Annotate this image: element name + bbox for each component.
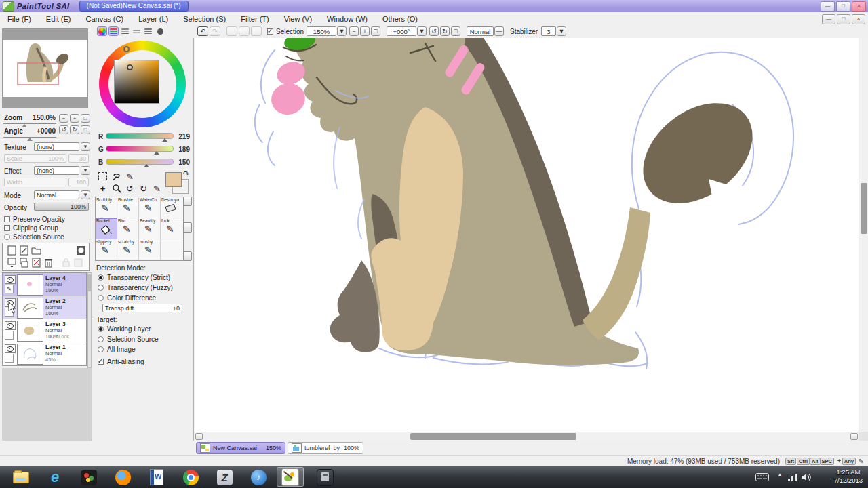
taskbar-firefox-icon[interactable]	[114, 468, 132, 486]
menu-others[interactable]: Others (O)	[375, 12, 425, 26]
menu-view[interactable]: View (V)	[277, 12, 319, 26]
brush-scrollbar[interactable]	[183, 197, 192, 261]
redo-button[interactable]: ↷	[210, 26, 220, 36]
detection-strict-row[interactable]: Transparency (Strict)	[98, 274, 170, 281]
antialias-checkbox[interactable]	[98, 359, 104, 365]
move-tool[interactable]: +	[97, 183, 108, 194]
detection-strict-radio[interactable]	[98, 274, 104, 281]
child-maximize-button[interactable]: □	[837, 14, 850, 24]
sv-marker[interactable]	[127, 64, 133, 70]
deselect-button[interactable]	[226, 26, 237, 36]
clipping-group-row[interactable]: Clipping Group	[4, 224, 58, 232]
target-working-row[interactable]: Working Layer	[98, 325, 151, 333]
hsv-slider-toggle[interactable]	[120, 26, 130, 36]
green-slider-handle[interactable]	[154, 151, 159, 155]
transfer-down-icon[interactable]	[7, 258, 17, 268]
zoom-in-button[interactable]: +	[360, 26, 370, 36]
menu-window[interactable]: Window (W)	[319, 12, 375, 26]
layer-mode-dropdown-button[interactable]: ▼	[81, 190, 90, 199]
nav-zoom-in-button[interactable]: +	[70, 114, 79, 123]
target-selsource-row[interactable]: Selection Source	[98, 336, 159, 343]
target-allimage-row[interactable]: All Image	[98, 346, 136, 353]
swatches-toggle[interactable]	[143, 26, 153, 36]
target-working-radio[interactable]	[98, 326, 104, 332]
zoom-tool[interactable]	[111, 183, 122, 194]
stabilizer-value[interactable]: 3	[541, 26, 556, 36]
canvas[interactable]	[195, 38, 859, 432]
transp-diff-box[interactable]: Transp diff.±0	[102, 304, 182, 312]
taskbar-itunes-icon[interactable]: ♪	[250, 468, 267, 486]
rect-select-tool[interactable]	[97, 171, 108, 182]
menu-file[interactable]: File (F)	[0, 12, 39, 26]
menu-layer[interactable]: Layer (L)	[131, 12, 176, 26]
child-close-button[interactable]: ×	[852, 14, 865, 24]
visibility-toggle[interactable]	[5, 275, 16, 284]
show-selection-button[interactable]	[251, 26, 262, 36]
canvas-vertical-scrollbar[interactable]	[859, 38, 868, 432]
zoom-reset-button[interactable]: □	[371, 26, 380, 36]
texture-select[interactable]: (none)	[34, 142, 79, 151]
hscroll-right-button[interactable]	[850, 433, 858, 440]
tab-new-canvas[interactable]: New Canvas.sai 150%	[196, 442, 285, 454]
menu-canvas[interactable]: Canvas (C)	[79, 12, 132, 26]
green-slider[interactable]	[106, 146, 174, 152]
nav-zoom-out-button[interactable]: −	[59, 114, 68, 123]
rotate-ccw-button[interactable]: ↺	[429, 26, 439, 36]
texture-dropdown-button[interactable]: ▼	[81, 142, 90, 151]
selection-source-row[interactable]: Selection Source	[4, 233, 64, 241]
taskbar-z-app-icon[interactable]: Z	[216, 468, 233, 486]
tray-network-icon[interactable]	[788, 473, 797, 481]
brush-brushie[interactable]: Brushie✎	[117, 197, 139, 218]
brush-bucket[interactable]: Bucket	[96, 218, 117, 239]
flip-tool[interactable]: ↻	[138, 183, 149, 194]
red-slider-handle[interactable]	[162, 138, 167, 142]
tray-show-hidden-icon[interactable]: ▲	[777, 472, 783, 478]
stabilizer-dropdown-button[interactable]: ▼	[557, 26, 566, 36]
merge-down-icon[interactable]	[19, 258, 29, 268]
color-mixer-toggle[interactable]	[132, 26, 142, 36]
selection-checkbox[interactable]	[267, 28, 273, 35]
visibility-toggle[interactable]	[5, 344, 16, 353]
detection-colordiff-radio[interactable]	[98, 295, 104, 301]
layer-row-3[interactable]: Layer 3 Normal 100%Lock	[3, 319, 86, 342]
preserve-opacity-checkbox[interactable]	[4, 216, 10, 222]
tray-keyboard-icon[interactable]	[755, 473, 769, 481]
blue-slider-handle[interactable]	[144, 164, 149, 167]
selpen-tool[interactable]: ✎	[124, 171, 136, 182]
nav-rotate-ccw-button[interactable]: ↺	[59, 125, 68, 134]
brush-scroll-down[interactable]	[183, 251, 192, 261]
hue-marker[interactable]	[123, 46, 130, 52]
taskbar-dark-app-icon[interactable]	[316, 468, 334, 486]
nav-angle-slider-handle[interactable]	[27, 138, 33, 141]
nav-zoom-reset-button[interactable]: □	[81, 114, 90, 123]
layer-mask-icon[interactable]	[76, 245, 86, 256]
taskbar-media-app-icon[interactable]	[80, 468, 98, 486]
tool-mode-button[interactable]: —	[494, 26, 504, 36]
layer-row-1[interactable]: Layer 1 Normal 45%	[3, 342, 86, 365]
window-close-button[interactable]: ×	[852, 1, 866, 12]
foreground-color-swatch[interactable]	[165, 172, 182, 187]
rotate-tool[interactable]: ↺	[124, 183, 136, 194]
taskbar-ie-icon[interactable]: e	[46, 468, 64, 486]
angle-value[interactable]: +000°	[387, 26, 416, 36]
vertical-scroll-thumb[interactable]	[861, 183, 867, 234]
horizontal-scroll-thumb[interactable]	[410, 433, 576, 440]
navigator-thumbnail[interactable]	[3, 40, 87, 97]
preserve-opacity-row[interactable]: Preserve Opacity	[4, 216, 65, 223]
new-linework-layer-icon[interactable]	[19, 245, 29, 256]
undo-button[interactable]: ↶	[197, 26, 208, 36]
effect-select[interactable]: (none)	[34, 166, 79, 175]
layer-row-4[interactable]: ✎ Layer 4 Normal 100%	[3, 273, 86, 296]
brush-slippery[interactable]: slippery✎	[96, 239, 117, 260]
brush-scribbly[interactable]: Scribbly✎	[96, 197, 117, 218]
zoom-value[interactable]: 150%	[307, 26, 336, 36]
visibility-toggle[interactable]	[5, 321, 16, 330]
taskbar-chrome-icon[interactable]	[182, 468, 199, 486]
menu-filter[interactable]: Filter (T)	[233, 12, 277, 26]
scratchpad-toggle[interactable]	[155, 26, 165, 36]
hscroll-left-button[interactable]	[195, 433, 203, 440]
brush-mushy[interactable]: mushy✎	[139, 239, 161, 260]
angle-dropdown-button[interactable]: ▼	[417, 26, 427, 36]
taskbar-word-icon[interactable]: W	[148, 468, 165, 486]
layers-scrollbar[interactable]	[87, 272, 92, 368]
